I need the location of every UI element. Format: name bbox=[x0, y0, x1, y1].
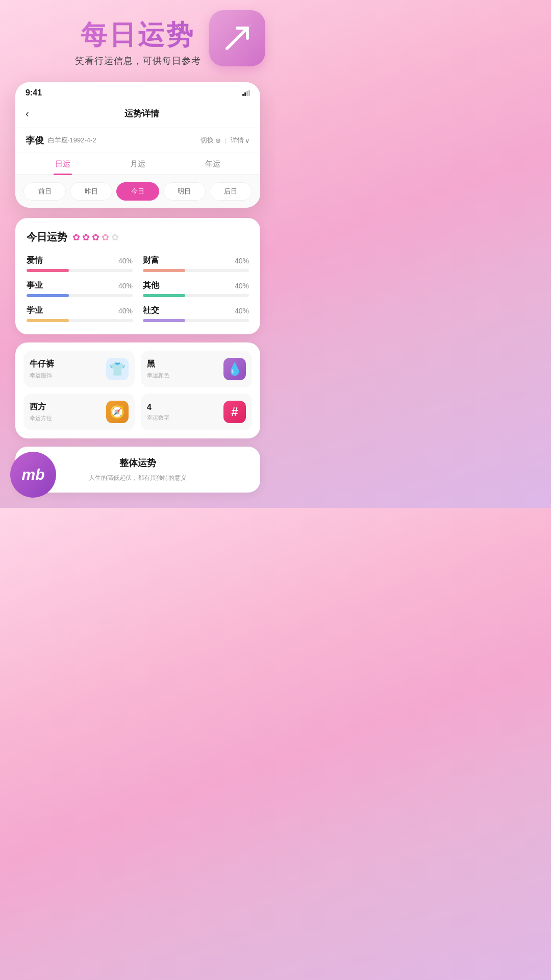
lucky-direction-desc: 幸运方位 bbox=[30, 414, 52, 422]
date-tomorrow[interactable]: 明日 bbox=[163, 182, 206, 201]
date-yesterday[interactable]: 昨日 bbox=[70, 182, 112, 201]
fortune-wealth-fill bbox=[143, 269, 185, 272]
fortune-career-label: 事业 bbox=[27, 280, 43, 291]
fortune-study-fill bbox=[27, 319, 69, 322]
page-wrapper: 每日运势 笑看行运信息，可供每日参考 9:41 bbox=[0, 0, 276, 508]
bottom-section: mb 整体运势 人生的高低起伏，都有其独特的意义 bbox=[15, 447, 260, 493]
divider: | bbox=[225, 137, 227, 144]
sagittarius-badge bbox=[209, 10, 265, 66]
fortune-social: 社交 40% bbox=[143, 305, 249, 322]
fortune-career-bar bbox=[27, 294, 133, 297]
fortune-career-pct: 40% bbox=[118, 282, 133, 290]
fortune-wealth-pct: 40% bbox=[235, 257, 249, 265]
fortune-other: 其他 40% bbox=[143, 280, 249, 297]
fortune-love-pct: 40% bbox=[118, 257, 133, 265]
sagittarius-icon bbox=[219, 20, 255, 56]
fortune-study-label: 学业 bbox=[27, 305, 43, 316]
fortune-love-bar bbox=[27, 269, 133, 272]
fortune-love-label-row: 爱情 40% bbox=[27, 255, 133, 266]
lucky-color: 黑 幸运颜色 💧 bbox=[141, 351, 252, 387]
tab-monthly[interactable]: 月运 bbox=[101, 153, 176, 174]
lucky-clothing-icon: 👕 bbox=[106, 358, 129, 380]
status-time: 9:41 bbox=[26, 88, 42, 97]
header-section: 每日运势 笑看行运信息，可供每日参考 bbox=[15, 20, 260, 67]
detail-button[interactable]: 详情 ∨ bbox=[231, 136, 250, 145]
fortune-wealth-label: 财富 bbox=[143, 255, 159, 266]
fortune-love-fill bbox=[27, 269, 69, 272]
stars-row: ✿ ✿ ✿ ✿ ✿ bbox=[72, 232, 119, 243]
fortune-love: 爱情 40% bbox=[27, 255, 133, 272]
lucky-clothing-text: 牛仔裤 幸运服饰 bbox=[30, 359, 54, 379]
lucky-color-desc: 幸运颜色 bbox=[147, 372, 169, 379]
profile-name: 李俊 bbox=[26, 134, 44, 146]
lucky-color-value: 黑 bbox=[147, 359, 169, 370]
lucky-direction: 西方 幸运方位 🧭 bbox=[23, 394, 135, 430]
profile-actions: 切换 ⊕ | 详情 ∨ bbox=[201, 136, 250, 145]
nav-bar: ‹ 运势详情 bbox=[15, 102, 260, 128]
tabs-row: 日运 月运 年运 bbox=[15, 153, 260, 175]
lucky-number-desc: 幸运数字 bbox=[147, 414, 169, 422]
lucky-direction-icon: 🧭 bbox=[106, 401, 129, 423]
star-5: ✿ bbox=[111, 232, 119, 243]
lucky-color-icon: 💧 bbox=[223, 358, 246, 380]
status-icons bbox=[242, 90, 250, 96]
lucky-direction-text: 西方 幸运方位 bbox=[30, 402, 52, 422]
fortune-other-bar bbox=[143, 294, 249, 297]
fortune-social-label: 社交 bbox=[143, 305, 159, 316]
tab-yearly[interactable]: 年运 bbox=[175, 153, 250, 174]
fortune-study: 学业 40% bbox=[27, 305, 133, 322]
fortune-header: 今日运势 ✿ ✿ ✿ ✿ ✿ bbox=[27, 230, 249, 244]
fortune-other-label: 其他 bbox=[143, 280, 159, 291]
status-bar: 9:41 bbox=[15, 82, 260, 102]
fortune-social-fill bbox=[143, 319, 185, 322]
signal-icon bbox=[242, 90, 250, 96]
fortune-card: 今日运势 ✿ ✿ ✿ ✿ ✿ 爱情 40% bbox=[15, 218, 260, 334]
fortune-social-pct: 40% bbox=[235, 307, 249, 315]
lucky-clothing-value: 牛仔裤 bbox=[30, 359, 54, 370]
star-2: ✿ bbox=[82, 232, 90, 243]
lucky-number-value: 4 bbox=[147, 403, 169, 412]
lucky-number: 4 幸运数字 # bbox=[141, 394, 252, 430]
lucky-clothing: 牛仔裤 幸运服饰 👕 bbox=[23, 351, 135, 387]
bottom-desc: 人生的高低起伏，都有其独特的意义 bbox=[26, 473, 250, 482]
fortune-love-label: 爱情 bbox=[27, 255, 43, 266]
lucky-color-text: 黑 幸运颜色 bbox=[147, 359, 169, 379]
star-4: ✿ bbox=[102, 232, 109, 243]
tab-daily[interactable]: 日运 bbox=[26, 153, 101, 174]
fortune-career-fill bbox=[27, 294, 69, 297]
profile-info: 白羊座·1992-4-2 bbox=[48, 136, 96, 145]
fortune-other-fill bbox=[143, 294, 185, 297]
fortune-social-bar bbox=[143, 319, 249, 322]
fortune-study-bar bbox=[27, 319, 133, 322]
fortune-title: 今日运势 bbox=[27, 230, 67, 244]
switch-button[interactable]: 切换 ⊕ bbox=[201, 136, 221, 145]
profile-row: 李俊 白羊座·1992-4-2 切换 ⊕ | 详情 ∨ bbox=[15, 128, 260, 153]
lucky-grid: 牛仔裤 幸运服饰 👕 黑 幸运颜色 💧 西方 幸运方位 🧭 bbox=[15, 342, 260, 438]
phone-mockup: 9:41 ‹ 运势详情 李俊 白羊座·1992-4-2 切换 ⊕ | bbox=[15, 82, 260, 208]
date-day-after[interactable]: 后日 bbox=[210, 182, 252, 201]
virgo-badge: mb bbox=[10, 452, 56, 498]
lucky-number-icon: # bbox=[223, 401, 246, 423]
date-today[interactable]: 今日 bbox=[116, 182, 159, 201]
date-before-yesterday[interactable]: 前日 bbox=[23, 182, 66, 201]
star-1: ✿ bbox=[72, 232, 80, 243]
lucky-direction-value: 西方 bbox=[30, 402, 52, 412]
nav-title: 运势详情 bbox=[34, 108, 250, 119]
lucky-clothing-desc: 幸运服饰 bbox=[30, 372, 54, 379]
svg-line-4 bbox=[233, 34, 241, 42]
fortune-study-pct: 40% bbox=[118, 307, 133, 315]
date-pills: 前日 昨日 今日 明日 后日 bbox=[15, 175, 260, 208]
fortune-other-pct: 40% bbox=[235, 282, 249, 290]
fortune-grid: 爱情 40% 财富 40% 事业 bbox=[27, 255, 249, 322]
star-3: ✿ bbox=[92, 232, 99, 243]
fortune-wealth-bar bbox=[143, 269, 249, 272]
bottom-title: 整体运势 bbox=[26, 457, 250, 469]
lucky-number-text: 4 幸运数字 bbox=[147, 403, 169, 422]
back-button[interactable]: ‹ bbox=[26, 106, 34, 121]
virgo-icon: mb bbox=[22, 466, 45, 483]
fortune-wealth: 财富 40% bbox=[143, 255, 249, 272]
fortune-career: 事业 40% bbox=[27, 280, 133, 297]
